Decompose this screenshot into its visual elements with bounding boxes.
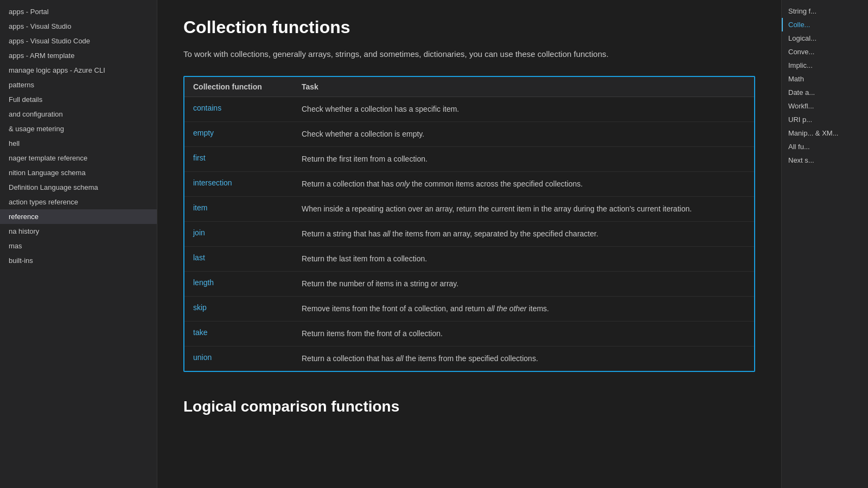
table-row: intersectionReturn a collection that has… <box>184 172 754 197</box>
page-title: Collection functions <box>183 17 755 37</box>
function-link[interactable]: length <box>193 278 214 287</box>
task-cell: Return the last item from a collection. <box>302 253 745 265</box>
function-cell[interactable]: item <box>193 203 302 215</box>
task-cell: Remove items from the front of a collect… <box>302 303 745 314</box>
right-sidebar-item-date[interactable]: Date a... <box>782 86 868 99</box>
sidebar-item-patterns[interactable]: patterns <box>0 78 157 92</box>
page-description: To work with collections, generally arra… <box>183 48 755 61</box>
function-cell[interactable]: intersection <box>193 178 302 190</box>
table-row: lastReturn the last item from a collecti… <box>184 247 754 272</box>
table-row: unionReturn a collection that has all th… <box>184 346 754 371</box>
sidebar-item-history[interactable]: na history <box>0 224 157 239</box>
right-sidebar: String f...Colle...Logical...Conve...Imp… <box>781 0 868 488</box>
function-link[interactable]: contains <box>193 104 221 112</box>
function-cell[interactable]: skip <box>193 303 302 314</box>
right-sidebar-item-math[interactable]: Math <box>782 72 868 86</box>
function-link[interactable]: first <box>193 153 206 162</box>
task-cell: Return the number of items in a string o… <box>302 278 745 290</box>
function-link[interactable]: join <box>193 228 205 237</box>
table-header: Collection function Task <box>184 77 754 97</box>
task-cell: Return a string that has all the items f… <box>302 228 745 240</box>
function-cell[interactable]: length <box>193 278 302 290</box>
left-sidebar: apps - Portalapps - Visual Studioapps - … <box>0 0 157 488</box>
sidebar-item-action-types[interactable]: action types reference <box>0 195 157 209</box>
function-link[interactable]: item <box>193 203 207 212</box>
table-row: itemWhen inside a repeating action over … <box>184 197 754 222</box>
function-link[interactable]: union <box>193 353 212 362</box>
section2-title: Logical comparison functions <box>183 398 755 415</box>
right-sidebar-item-next[interactable]: Next s... <box>782 153 868 167</box>
right-sidebar-item-all-func[interactable]: All fu... <box>782 140 868 153</box>
task-cell: Return the first item from a collection. <box>302 153 745 165</box>
function-link[interactable]: last <box>193 253 205 262</box>
right-sidebar-item-conversion[interactable]: Conve... <box>782 45 868 59</box>
sidebar-item-and-config[interactable]: and configuration <box>0 107 157 121</box>
table-row: firstReturn the first item from a collec… <box>184 147 754 172</box>
sidebar-item-full-details[interactable]: Full details <box>0 92 157 107</box>
function-link[interactable]: intersection <box>193 178 232 187</box>
sidebar-item-built-ins[interactable]: built-ins <box>0 253 157 268</box>
function-cell[interactable]: take <box>193 328 302 339</box>
task-cell: Return a collection that has only the co… <box>302 178 745 190</box>
sidebar-item-vscode[interactable]: apps - Visual Studio Code <box>0 34 157 48</box>
sidebar-item-arm[interactable]: apps - ARM template <box>0 48 157 63</box>
function-link[interactable]: skip <box>193 303 207 312</box>
function-link[interactable]: empty <box>193 129 214 137</box>
function-link[interactable]: take <box>193 328 207 337</box>
table-row: lengthReturn the number of items in a st… <box>184 272 754 297</box>
table-row: emptyCheck whether a collection is empty… <box>184 122 754 147</box>
task-cell: Check whether a collection has a specifi… <box>302 104 745 115</box>
task-cell: Check whether a collection is empty. <box>302 129 745 140</box>
task-cell: Return a collection that has all the ite… <box>302 353 745 364</box>
sidebar-item-manager-template[interactable]: nager template reference <box>0 151 157 165</box>
task-cell: Return items from the front of a collect… <box>302 328 745 339</box>
sidebar-item-visual-studio[interactable]: apps - Visual Studio <box>0 19 157 34</box>
right-sidebar-item-workflow[interactable]: Workfl... <box>782 99 868 113</box>
sidebar-item-def-language-schema[interactable]: Definition Language schema <box>0 180 157 195</box>
sidebar-item-portal[interactable]: apps - Portal <box>0 4 157 19</box>
right-sidebar-item-logical[interactable]: Logical... <box>782 31 868 45</box>
function-cell[interactable]: contains <box>193 104 302 115</box>
sidebar-item-hell[interactable]: hell <box>0 136 157 151</box>
function-cell[interactable]: last <box>193 253 302 265</box>
col1-header: Collection function <box>193 82 302 91</box>
right-sidebar-item-collection[interactable]: Colle... <box>782 18 868 31</box>
function-cell[interactable]: union <box>193 353 302 364</box>
sidebar-item-reference[interactable]: reference <box>0 209 157 224</box>
table-row: joinReturn a string that has all the ite… <box>184 222 754 247</box>
table-body: containsCheck whether a collection has a… <box>184 97 754 371</box>
right-sidebar-item-implicit[interactable]: Implic... <box>782 59 868 72</box>
right-sidebar-item-manip[interactable]: Manip... & XM... <box>782 126 868 140</box>
function-cell[interactable]: empty <box>193 129 302 140</box>
sidebar-item-azure-cli[interactable]: manage logic apps - Azure CLI <box>0 63 157 78</box>
sidebar-item-usage-metering[interactable]: & usage metering <box>0 121 157 136</box>
sidebar-item-language-schema[interactable]: nition Language schema <box>0 165 157 180</box>
table-row: containsCheck whether a collection has a… <box>184 97 754 122</box>
table-row: takeReturn items from the front of a col… <box>184 322 754 346</box>
col2-header: Task <box>302 82 745 91</box>
sidebar-item-mas[interactable]: mas <box>0 239 157 253</box>
right-sidebar-item-uri[interactable]: URI p... <box>782 113 868 126</box>
table-row: skipRemove items from the front of a col… <box>184 297 754 322</box>
right-sidebar-item-string[interactable]: String f... <box>782 4 868 18</box>
function-cell[interactable]: first <box>193 153 302 165</box>
collection-functions-table: Collection function Task containsCheck w… <box>183 76 755 372</box>
function-cell[interactable]: join <box>193 228 302 240</box>
task-cell: When inside a repeating action over an a… <box>302 203 745 215</box>
main-content: Collection functions To work with collec… <box>157 0 781 488</box>
